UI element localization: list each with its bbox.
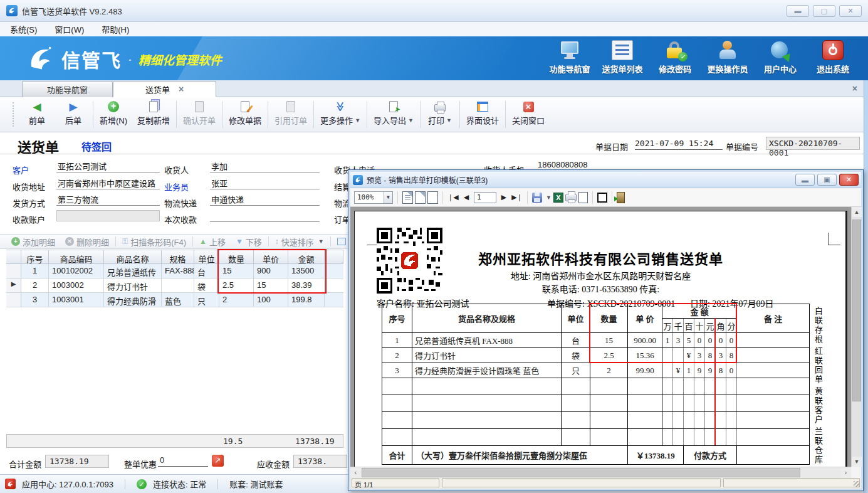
exit-preview-icon[interactable]: [617, 192, 625, 203]
address-field[interactable]: 河南省郑州市中原区建设路: [56, 177, 160, 189]
menu-system[interactable]: 系统(S): [10, 23, 37, 35]
edit-doc-button[interactable]: 修改单据: [224, 97, 266, 132]
minimize-button[interactable]: ▬: [787, 5, 809, 17]
customer-field[interactable]: 亚拓公司测试: [56, 160, 160, 172]
page-number-input[interactable]: [474, 192, 496, 203]
vertical-scrollbar[interactable]: ▲ ▼: [851, 207, 861, 467]
pv-col-qty: 数量: [590, 304, 628, 333]
zoom-select[interactable]: 100%▼: [354, 191, 393, 204]
doc-date-field[interactable]: 2021-07-09 15:24: [635, 139, 723, 150]
table-row-selected[interactable]: ▶ 2 1003002 得力订书针 袋 2.5 15 38.39: [6, 278, 343, 293]
crop-mark: [828, 233, 840, 245]
import-export-button[interactable]: ➤导入导出▼: [369, 97, 419, 132]
margins-toggle-icon[interactable]: [597, 193, 607, 203]
last-page-button[interactable]: ▶❘: [511, 191, 523, 204]
dialog-titlebar[interactable]: 预览 - 销售出库单打印模板(三联单3) ▬ ▣ ✕: [350, 172, 861, 188]
move-down-button[interactable]: ▼下移: [232, 236, 266, 248]
discount-adjust-icon[interactable]: ↗: [212, 455, 224, 467]
app-mini-logo-icon: [5, 479, 16, 489]
scroll-right-icon[interactable]: ›: [840, 467, 851, 478]
col-name[interactable]: 商品名称: [104, 250, 162, 263]
user-center-button[interactable]: 用户中心: [754, 40, 807, 78]
dialog-maximize-button[interactable]: ▣: [817, 174, 837, 186]
restore-button[interactable]: ▢: [813, 5, 835, 17]
nav-window-button[interactable]: 功能导航窗: [543, 40, 596, 78]
salesman-field[interactable]: 张亚: [210, 177, 320, 189]
col-no[interactable]: 序号: [21, 250, 49, 263]
status-panel: [723, 479, 860, 487]
confirm-order-button[interactable]: 确认开单: [178, 97, 221, 132]
separator: [268, 101, 268, 128]
dialog-minimize-button[interactable]: ▬: [795, 174, 815, 186]
copy-new-button[interactable]: 复制新增: [132, 97, 175, 132]
ref-order-button[interactable]: 引用订单: [269, 97, 312, 132]
prev-page-button[interactable]: ◀: [461, 191, 472, 204]
discount-field[interactable]: 0: [158, 455, 208, 467]
close-window-button[interactable]: ✕关闭窗口: [507, 97, 550, 132]
tab-close-icon[interactable]: ×: [179, 84, 184, 94]
table-row[interactable]: 3 1003001 得力经典防滑 蓝色 只 2 100 199.8: [6, 293, 343, 307]
page-actual-icon[interactable]: [427, 191, 438, 204]
close-button[interactable]: ✕: [839, 5, 862, 17]
connection-status: 连接状态: 正常: [153, 478, 206, 490]
scroll-left-icon[interactable]: ‹: [350, 467, 361, 478]
move-up-button[interactable]: ▲上移: [196, 236, 229, 248]
menu-window[interactable]: 窗口(W): [55, 23, 84, 35]
table-row[interactable]: 1 100102002 兄弟普通纸传 FAX-888 台 15 900 1350…: [6, 264, 343, 278]
page-width-icon[interactable]: [415, 191, 426, 204]
remove-detail-button[interactable]: ✕删除明细: [61, 236, 113, 248]
page-setup-icon[interactable]: [578, 192, 588, 203]
dialog-close-button[interactable]: ✕: [839, 174, 859, 186]
print-button[interactable]: 打印▼: [422, 97, 458, 132]
delivery-list-button[interactable]: 送货单列表: [596, 40, 649, 78]
express-field[interactable]: 申通快递: [210, 193, 320, 206]
brand-logo: 信管飞 · 精细化管理软件: [26, 45, 222, 73]
first-page-button[interactable]: ❘◀: [447, 191, 459, 204]
scroll-thumb[interactable]: [852, 220, 861, 401]
status-badge: 待签回: [81, 139, 112, 154]
scroll-up-icon[interactable]: ▲: [852, 207, 862, 217]
switch-operator-button[interactable]: 更换操作员: [701, 40, 754, 78]
account-field: [56, 210, 160, 221]
quick-sort-button[interactable]: ↕快速排序▼: [271, 236, 328, 248]
printer-icon[interactable]: [565, 194, 577, 201]
horizontal-scrollbar[interactable]: ‹ ›: [350, 467, 851, 478]
col-code[interactable]: 商品编码: [49, 250, 104, 263]
excel-export-icon[interactable]: X: [553, 193, 563, 203]
save-icon[interactable]: [532, 193, 542, 203]
change-password-button[interactable]: ✓ 修改密码: [649, 40, 701, 78]
resize-grip[interactable]: [854, 481, 860, 487]
more-actions-button[interactable]: ≫更多操作▼: [315, 97, 365, 132]
col-qty[interactable]: 数量: [219, 250, 254, 263]
arrow-up-icon: ▲: [199, 237, 207, 246]
col-spec[interactable]: 规格: [162, 250, 194, 263]
tabstrip-close-icon[interactable]: ×: [852, 83, 857, 93]
window-title: 信管飞送货单软件 V9.2.483: [22, 5, 122, 17]
next-page-button[interactable]: ▶: [498, 191, 510, 204]
add-new-button[interactable]: +新增(N): [95, 97, 132, 132]
dropdown-arrow-icon[interactable]: ▼: [546, 194, 552, 201]
next-doc-button[interactable]: ▶后单: [55, 97, 92, 132]
chevrons-down-icon: ≫: [333, 100, 347, 113]
add-detail-button[interactable]: +添加明细: [8, 236, 59, 248]
scan-barcode-button[interactable]: ⚿扫描条形码(F4): [118, 236, 190, 248]
exit-system-button[interactable]: 退出系统: [807, 40, 859, 78]
company-doc-title: 郑州亚拓软件科技有限公司销售送货单: [382, 248, 820, 268]
col-price[interactable]: 单价: [254, 250, 288, 263]
ship-method-field[interactable]: 第三方物流: [56, 193, 160, 206]
tab-nav-window[interactable]: 功能导航窗: [22, 81, 113, 97]
prev-doc-button[interactable]: ◀前单: [19, 97, 55, 132]
pv-total-amount: ￥13738.19: [628, 446, 684, 465]
col-unit[interactable]: 单位: [194, 250, 219, 263]
ui-design-button[interactable]: 界面设计: [461, 97, 504, 132]
scroll-down-icon[interactable]: ▼: [852, 457, 862, 467]
separator: [420, 101, 421, 128]
col-amount[interactable]: 金额: [288, 250, 325, 263]
whole-page-icon[interactable]: [402, 191, 413, 204]
window-design-icon: [476, 100, 489, 113]
tab-delivery-order[interactable]: 送货单 ×: [113, 81, 216, 97]
menu-help[interactable]: 帮助(H): [102, 23, 129, 35]
receiver-field[interactable]: 李加: [210, 160, 320, 172]
scroll-thumb[interactable]: [362, 468, 800, 477]
payment-field[interactable]: [210, 209, 320, 222]
